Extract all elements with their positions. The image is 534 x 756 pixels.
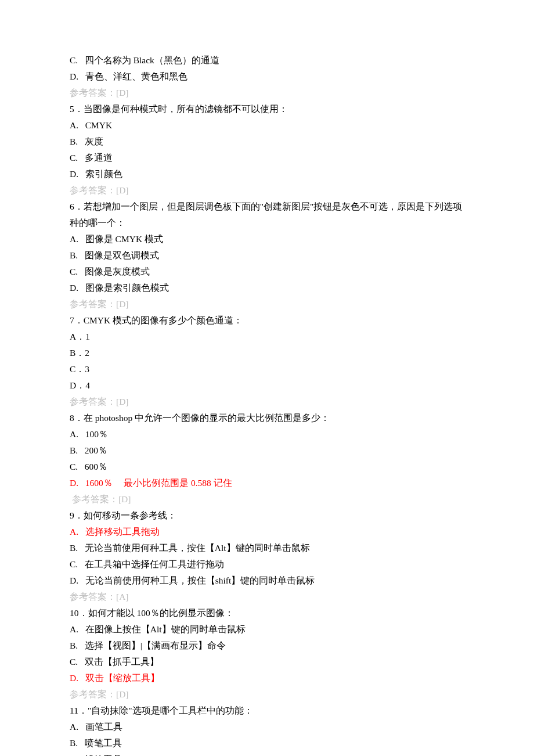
text-line: B. 无论当前使用何种工具，按住【Alt】键的同时单击鼠标 xyxy=(70,540,464,556)
text-line: B. 选择【视图】|【满画布显示】命令 xyxy=(70,638,464,654)
text-line: C. 在工具箱中选择任何工具进行拖动 xyxy=(70,556,464,573)
text-line: 6．若想增加一个图层，但是图层调色板下面的"创建新图层"按钮是灰色不可选，原因是… xyxy=(70,199,464,231)
text-line: A. 图像是 CMYK 模式 xyxy=(70,231,464,247)
text-line: 5．当图像是何种模式时，所有的滤镜都不可以使用： xyxy=(70,101,464,117)
text-line: 8．在 photoshop 中允许一个图像的显示的最大比例范围是多少： xyxy=(70,410,464,426)
text-line: B. 图像是双色调模式 xyxy=(70,247,464,264)
text-line: A. 选择移动工具拖动 xyxy=(70,524,464,540)
document-page: C. 四个名称为 Black（黑色）的通道D. 青色、洋红、黄色和黑色参考答案：… xyxy=(0,0,534,756)
text-line: A. 在图像上按住【Alt】键的同时单击鼠标 xyxy=(70,621,464,638)
text-line: C. 600％ xyxy=(70,459,464,475)
text-line: A. 100％ xyxy=(70,426,464,442)
text-line: 参考答案：[D] xyxy=(70,85,464,101)
text-line: D. 1600％ 最小比例范围是 0.588 记住 xyxy=(70,475,464,491)
text-line: A．1 xyxy=(70,329,464,345)
text-line: 7．CMYK 模式的图像有多少个颜色通道： xyxy=(70,312,464,329)
text-line: 参考答案：[D] xyxy=(70,394,464,410)
text-line: 参考答案：[A] xyxy=(70,589,464,605)
text-line: D. 双击【缩放工具】 xyxy=(70,670,464,686)
text-line: C. 图像是灰度模式 xyxy=(70,264,464,280)
text-line: A. CMYK xyxy=(70,117,464,134)
text-line: 9．如何移动一条参考线： xyxy=(70,507,464,524)
text-line: D. 青色、洋红、黄色和黑色 xyxy=(70,69,464,85)
text-line: B．2 xyxy=(70,345,464,361)
text-line: B. 200％ xyxy=(70,442,464,459)
text-line: A. 画笔工具 xyxy=(70,719,464,735)
text-line: 11．"自动抹除"选项是哪个工具栏中的功能： xyxy=(70,703,464,719)
text-line: 参考答案：[D] xyxy=(70,182,464,199)
text-line: 参考答案：[D] xyxy=(70,296,464,312)
text-line: 参考答案：[D] xyxy=(70,491,464,507)
text-line: D．4 xyxy=(70,377,464,394)
text-line: D. 无论当前使用何种工具，按住【shift】键的同时单击鼠标 xyxy=(70,573,464,589)
document-content: C. 四个名称为 Black（黑色）的通道D. 青色、洋红、黄色和黑色参考答案：… xyxy=(70,52,464,756)
text-line: D. 索引颜色 xyxy=(70,166,464,182)
text-line: C. 四个名称为 Black（黑色）的通道 xyxy=(70,52,464,69)
text-line: B. 灰度 xyxy=(70,134,464,150)
text-line: 10．如何才能以 100％的比例显示图像： xyxy=(70,605,464,621)
text-line: C．3 xyxy=(70,361,464,377)
text-line: B. 喷笔工具 xyxy=(70,735,464,751)
text-line: C. 铅笔工具 xyxy=(70,751,464,756)
text-line: 参考答案：[D] xyxy=(70,686,464,703)
text-line: C. 双击【抓手工具】 xyxy=(70,654,464,670)
text-line: D. 图像是索引颜色模式 xyxy=(70,280,464,296)
text-line: C. 多通道 xyxy=(70,150,464,166)
